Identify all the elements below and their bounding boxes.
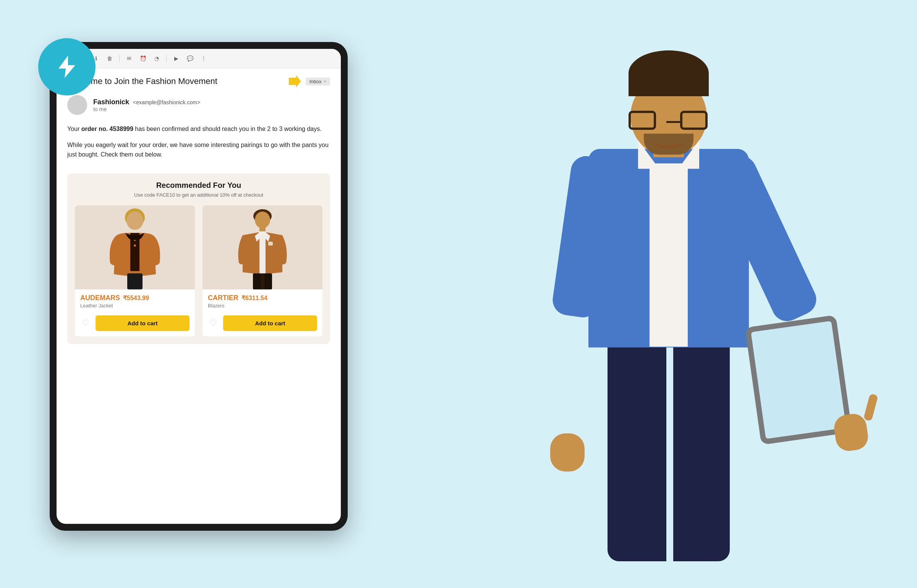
sender-row: Fashionick <example@fashionick.com> to m… bbox=[57, 92, 341, 121]
wishlist-button-cartier[interactable]: ♡ bbox=[208, 318, 219, 328]
toolbar-divider-1 bbox=[119, 55, 120, 62]
email-subject-bar: Your time to Join the Fashion Movement I… bbox=[57, 68, 341, 92]
product-brand-cartier: CARTIER bbox=[208, 294, 238, 302]
recommended-subtitle: Use code FACE10 to get an additional 10%… bbox=[75, 192, 322, 198]
forward-arrow-icon bbox=[289, 75, 301, 87]
email-body: Your order no. 4538999 has been confirme… bbox=[57, 121, 341, 173]
email-toolbar: ← ▣ ℹ 🗑 ✉ ⏰ ◔ ▶ 💬 ⋮ bbox=[57, 49, 341, 68]
leg-gap bbox=[666, 325, 673, 561]
sender-info: Fashionick <example@fashionick.com> to m… bbox=[93, 98, 200, 112]
recommended-section: Recommended For You Use code FACE10 to g… bbox=[67, 173, 330, 344]
tablet-screen: ← ▣ ℹ 🗑 ✉ ⏰ ◔ ▶ 💬 ⋮ Your time to Join th… bbox=[57, 49, 341, 524]
svg-rect-5 bbox=[127, 273, 143, 289]
white-undershirt bbox=[650, 163, 688, 347]
inbox-badge: Inbox × bbox=[306, 78, 330, 86]
recommended-title: Recommended For You bbox=[75, 181, 322, 190]
svg-point-4 bbox=[134, 244, 136, 247]
smile bbox=[653, 133, 684, 148]
svg-rect-12 bbox=[261, 273, 264, 289]
tablet-screen-small bbox=[751, 321, 846, 439]
toolbar-divider-2 bbox=[166, 55, 167, 62]
product-actions-audemars: ♡ Add to cart bbox=[75, 315, 195, 336]
person-figure bbox=[516, 27, 821, 561]
product-price-cartier: ₹6311.54 bbox=[241, 294, 267, 302]
inbox-close-button[interactable]: × bbox=[324, 79, 326, 84]
wishlist-button-audemars[interactable]: ♡ bbox=[80, 318, 91, 328]
woman-illustration bbox=[104, 205, 165, 289]
product-brand-audemars: AUDEMARS bbox=[80, 294, 120, 302]
inbox-label: Inbox bbox=[309, 79, 322, 84]
delete-icon[interactable]: 🗑 bbox=[105, 54, 114, 63]
lightning-icon bbox=[53, 53, 80, 80]
svg-rect-10 bbox=[268, 242, 273, 246]
email-paragraph-2: While you eagerly wait for your order, w… bbox=[67, 140, 330, 160]
snooze-icon[interactable]: ⏰ bbox=[139, 54, 147, 63]
tablet-device: ← ▣ ℹ 🗑 ✉ ⏰ ◔ ▶ 💬 ⋮ Your time to Join th… bbox=[50, 42, 348, 531]
product-info-cartier: CARTIER ₹6311.54 Blazers bbox=[203, 289, 322, 315]
sender-name: Fashionick bbox=[93, 98, 129, 106]
glasses-right bbox=[680, 111, 708, 130]
sender-to-label: to me bbox=[93, 106, 200, 112]
sender-avatar bbox=[67, 95, 87, 115]
product-name-row-cartier: CARTIER ₹6311.54 bbox=[208, 294, 317, 302]
left-hand bbox=[550, 433, 585, 472]
label-icon[interactable]: ◔ bbox=[152, 54, 161, 63]
pointing-finger bbox=[863, 393, 878, 421]
chat-icon[interactable]: 💬 bbox=[186, 54, 194, 63]
product-image-audemars bbox=[75, 205, 195, 289]
products-row: AUDEMARS ₹5543.99 Leather Jacket ♡ Add t… bbox=[75, 205, 322, 336]
product-actions-cartier: ♡ Add to cart bbox=[203, 315, 322, 336]
hair bbox=[629, 50, 709, 96]
lightning-badge bbox=[38, 38, 96, 95]
video-icon[interactable]: ▶ bbox=[172, 54, 180, 63]
product-image-cartier bbox=[203, 205, 322, 289]
product-card-audemars: AUDEMARS ₹5543.99 Leather Jacket ♡ Add t… bbox=[75, 205, 195, 336]
product-price-audemars: ₹5543.99 bbox=[123, 294, 149, 302]
product-type-audemars: Leather Jacket bbox=[80, 303, 190, 309]
glasses-bridge bbox=[666, 121, 680, 123]
svg-point-1 bbox=[126, 212, 143, 230]
product-card-cartier: CARTIER ₹6311.54 Blazers ♡ Add to cart bbox=[203, 205, 322, 336]
add-to-cart-button-audemars[interactable]: Add to cart bbox=[96, 315, 190, 331]
email-paragraph-1: Your order no. 4538999 has been confirme… bbox=[67, 124, 330, 134]
order-number: order no. 4538999 bbox=[81, 126, 133, 132]
add-to-cart-button-cartier[interactable]: Add to cart bbox=[223, 315, 317, 331]
man-with-tablet bbox=[420, 0, 917, 588]
glasses-left bbox=[629, 111, 656, 130]
sender-email: <example@fashionick.com> bbox=[133, 99, 200, 105]
product-name-row-audemars: AUDEMARS ₹5543.99 bbox=[80, 294, 190, 302]
email-subject-title: Your time to Join the Fashion Movement bbox=[67, 76, 284, 86]
svg-point-7 bbox=[255, 212, 270, 228]
mail-icon[interactable]: ✉ bbox=[125, 54, 133, 63]
more-icon[interactable]: ⋮ bbox=[199, 54, 208, 63]
product-info-audemars: AUDEMARS ₹5543.99 Leather Jacket bbox=[75, 289, 195, 315]
email-p1-post: has been confirmed and should reach you … bbox=[135, 126, 321, 132]
product-type-cartier: Blazers bbox=[208, 303, 317, 309]
man-illustration bbox=[232, 205, 293, 289]
